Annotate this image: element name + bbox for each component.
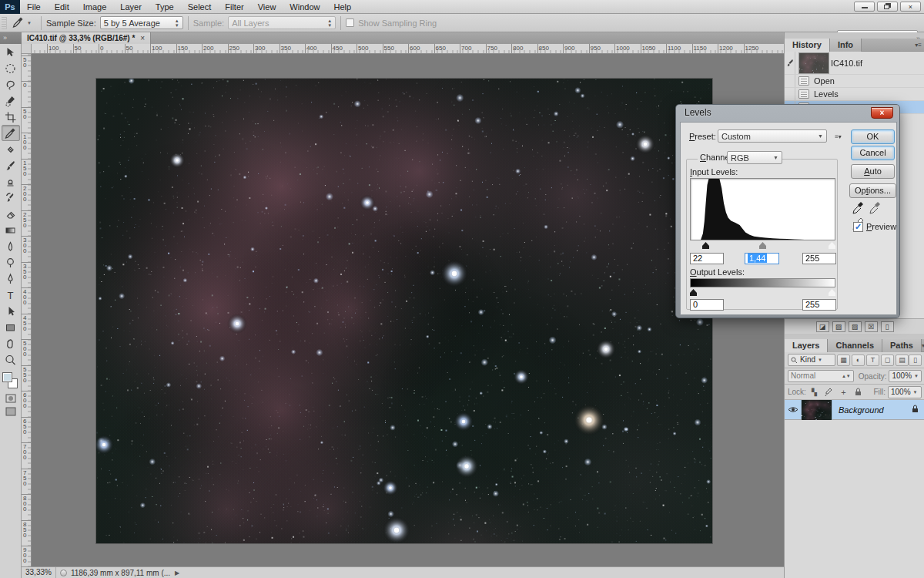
sample-select[interactable]: All Layers▲▼ — [228, 16, 336, 29]
restore-button[interactable] — [877, 2, 898, 12]
layer-visibility-toggle[interactable] — [785, 400, 802, 419]
path-selection-tool[interactable] — [2, 303, 20, 319]
input-white-slider[interactable] — [829, 242, 835, 249]
eyedropper-tool[interactable] — [2, 125, 20, 141]
tab-paths[interactable]: Paths — [882, 339, 922, 352]
filter-adjustment-layers-icon[interactable]: ◐ — [852, 355, 865, 366]
history-source-well[interactable] — [785, 52, 795, 74]
cancel-button[interactable]: Cancel — [851, 146, 895, 160]
history-footer-button-2[interactable]: ▨ — [832, 321, 845, 332]
toolbar-collapse-button[interactable]: » — [0, 32, 22, 44]
panel-menu-icon[interactable]: ▾≡ — [915, 39, 924, 51]
layer-thumbnail[interactable] — [802, 400, 832, 420]
input-black-slider[interactable] — [702, 242, 709, 249]
menu-layer[interactable]: Layer — [113, 0, 149, 14]
marquee-tool[interactable] — [2, 60, 20, 76]
quick-selection-tool[interactable] — [2, 92, 20, 109]
lock-position-icon[interactable]: + — [837, 386, 850, 398]
menu-type[interactable]: Type — [149, 0, 181, 14]
tab-channels[interactable]: Channels — [828, 339, 882, 352]
history-brush-tool[interactable] — [2, 190, 20, 206]
tab-layers[interactable]: Layers — [785, 339, 828, 352]
gray-point-eyedropper[interactable] — [869, 201, 881, 217]
foreground-color-swatch[interactable] — [2, 372, 12, 382]
output-white-field[interactable]: 255 — [802, 299, 836, 311]
preset-options-menu-button[interactable]: ≡▾ — [832, 131, 845, 143]
lock-all-icon[interactable] — [852, 386, 865, 398]
blur-tool[interactable] — [2, 238, 20, 254]
preview-checkbox[interactable]: ✓ — [853, 222, 863, 232]
input-gamma-field[interactable]: 1,44 — [745, 253, 779, 264]
filter-type-layers-icon[interactable]: T — [866, 355, 879, 366]
output-black-slider[interactable] — [690, 289, 697, 296]
ok-button[interactable]: OK — [851, 129, 895, 144]
history-source-well[interactable] — [785, 88, 795, 100]
menu-help[interactable]: Help — [326, 0, 358, 14]
dialog-close-button[interactable]: × — [871, 107, 893, 119]
options-bar-grip[interactable] — [2, 17, 7, 29]
preset-select[interactable]: Custom▼ — [718, 129, 827, 143]
zoom-tool[interactable] — [2, 351, 20, 368]
menu-window[interactable]: Window — [283, 0, 326, 14]
input-white-field[interactable]: 255 — [802, 253, 836, 264]
output-black-field[interactable]: 0 — [690, 299, 724, 311]
healing-brush-tool[interactable] — [2, 141, 20, 157]
fill-field[interactable]: 100%▼ — [888, 386, 922, 398]
clone-stamp-tool[interactable] — [2, 173, 20, 190]
eraser-tool[interactable] — [2, 206, 20, 222]
filter-pixel-layers-icon[interactable]: ▦ — [837, 355, 850, 366]
history-footer-button-5[interactable]: ▯ — [881, 321, 894, 332]
close-button[interactable]: × — [900, 2, 921, 12]
status-menu-arrow-icon[interactable]: ▶ — [175, 570, 179, 576]
history-footer-button-4[interactable]: ☒ — [865, 321, 878, 332]
screen-mode-button[interactable] — [4, 406, 18, 417]
filter-shape-layers-icon[interactable]: ◻ — [881, 355, 894, 366]
move-tool[interactable] — [2, 44, 20, 60]
menu-edit[interactable]: Edit — [48, 0, 76, 14]
filter-smart-objects-icon[interactable]: ▤ — [896, 355, 909, 366]
menu-filter[interactable]: Filter — [218, 0, 250, 14]
history-item-ic410-tif[interactable]: IC410.tif — [785, 52, 924, 75]
type-tool[interactable]: T — [2, 287, 20, 303]
sample-size-select[interactable]: 5 by 5 Average▲▼ — [100, 16, 183, 29]
output-white-slider[interactable] — [829, 289, 835, 296]
zoom-level-field[interactable]: 33,33% — [22, 567, 56, 578]
opacity-field[interactable]: 100%▼ — [889, 370, 922, 382]
channel-select[interactable]: RGB▼ — [727, 151, 782, 164]
lasso-tool[interactable] — [2, 76, 20, 92]
history-item-open[interactable]: Open — [785, 75, 924, 88]
history-footer-button-1[interactable]: ◪ — [816, 321, 829, 332]
snapshot-thumbnail[interactable] — [798, 52, 829, 74]
black-point-eyedropper[interactable] — [852, 201, 864, 217]
menu-image[interactable]: Image — [76, 0, 114, 14]
input-black-field[interactable]: 22 — [690, 253, 724, 264]
crop-tool[interactable] — [2, 109, 20, 125]
current-tool-button[interactable]: ▼ — [12, 16, 32, 30]
ruler-origin-corner[interactable] — [22, 44, 32, 54]
history-item-levels[interactable]: Levels — [785, 88, 924, 101]
auto-button[interactable]: Auto — [851, 164, 895, 179]
tab-history[interactable]: History — [785, 39, 830, 52]
minimize-button[interactable] — [854, 2, 875, 12]
tab-close-icon[interactable]: × — [140, 34, 145, 42]
history-source-well[interactable] — [785, 75, 795, 87]
brush-tool[interactable] — [2, 157, 20, 173]
input-gamma-slider[interactable] — [759, 242, 766, 249]
layer-name[interactable]: Background — [839, 405, 884, 415]
hand-tool[interactable] — [2, 335, 20, 351]
vertical-ruler[interactable]: 5 005 01 0 01 5 02 0 02 5 03 0 03 5 04 0… — [22, 54, 32, 566]
gradient-tool[interactable] — [2, 222, 20, 238]
menu-view[interactable]: View — [251, 0, 283, 14]
pen-tool[interactable] — [2, 271, 20, 287]
show-sampling-ring-checkbox[interactable] — [346, 18, 354, 27]
blend-mode-select[interactable]: Normal▲▼ — [788, 370, 854, 382]
menu-file[interactable]: File — [20, 0, 48, 14]
quick-mask-button[interactable] — [4, 393, 18, 404]
history-footer-button-3[interactable]: ▨ — [849, 321, 862, 332]
document-canvas[interactable] — [96, 79, 712, 543]
layer-row-background[interactable]: Background — [785, 400, 924, 420]
lock-pixels-icon[interactable] — [822, 386, 835, 398]
lock-transparency-icon[interactable]: ▚ — [808, 386, 821, 398]
layer-filter-kind-select[interactable]: Kind▼ — [788, 354, 835, 366]
rectangle-tool[interactable] — [2, 319, 20, 335]
